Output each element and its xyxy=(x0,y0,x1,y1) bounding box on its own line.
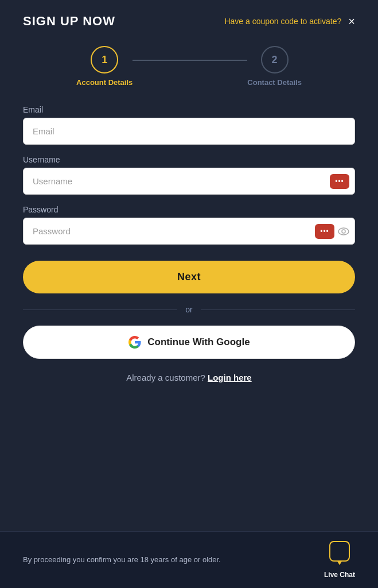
password-input-wrapper: ••• xyxy=(23,218,355,245)
page-title: SIGN UP NOW xyxy=(23,14,115,29)
step-2-circle: 2 xyxy=(261,46,289,74)
live-chat-label: Live Chat xyxy=(324,571,355,579)
step-2-label: Contact Details xyxy=(247,78,302,87)
email-input-wrapper xyxy=(23,118,355,145)
header: SIGN UP NOW Have a coupon code to activa… xyxy=(23,14,355,29)
svg-point-0 xyxy=(338,228,349,235)
divider-line-left xyxy=(23,310,177,310)
main-content: SIGN UP NOW Have a coupon code to activa… xyxy=(0,0,378,531)
steps-container: 1 Account Details 2 Contact Details xyxy=(23,46,355,87)
email-label: Email xyxy=(23,105,355,114)
footer: By proceeding you confirm you are 18 yea… xyxy=(0,531,378,588)
svg-point-1 xyxy=(342,230,345,233)
username-label: Username xyxy=(23,155,355,164)
username-input[interactable] xyxy=(23,168,355,195)
password-label: Password xyxy=(23,205,355,214)
login-link[interactable]: Login here xyxy=(208,373,252,382)
google-logo-icon xyxy=(128,335,142,349)
username-icon-group: ••• xyxy=(330,174,349,189)
step-1-circle: 1 xyxy=(91,46,118,74)
eye-toggle-icon[interactable] xyxy=(338,227,349,235)
email-group: Email xyxy=(23,105,355,145)
chat-bubble-icon xyxy=(329,541,350,562)
footer-disclaimer: By proceeding you confirm you are 18 yea… xyxy=(23,555,221,565)
login-prompt-text: Already a customer? xyxy=(126,373,205,382)
step-1: 1 Account Details xyxy=(76,46,133,87)
password-icon-group: ••• xyxy=(315,224,349,239)
google-button[interactable]: Continue With Google xyxy=(23,326,355,359)
step-2: 2 Contact Details xyxy=(247,46,302,87)
login-section: Already a customer? Login here xyxy=(23,373,355,382)
username-dots-icon[interactable]: ••• xyxy=(330,174,349,189)
step-1-label: Account Details xyxy=(76,78,133,87)
google-button-label: Continue With Google xyxy=(147,336,250,348)
divider-text: or xyxy=(185,305,192,314)
divider-line-right xyxy=(201,310,355,310)
password-dots-icon[interactable]: ••• xyxy=(315,224,334,239)
live-chat-button[interactable]: Live Chat xyxy=(324,541,355,579)
next-button[interactable]: Next xyxy=(23,261,355,293)
username-group: Username ••• xyxy=(23,155,355,195)
header-right: Have a coupon code to activate? × xyxy=(224,16,355,27)
username-input-wrapper: ••• xyxy=(23,168,355,195)
password-group: Password ••• xyxy=(23,205,355,245)
coupon-text: Have a coupon code to activate? xyxy=(224,17,341,26)
password-input[interactable] xyxy=(23,218,355,245)
email-input[interactable] xyxy=(23,118,355,145)
divider: or xyxy=(23,305,355,314)
close-button[interactable]: × xyxy=(348,16,355,27)
step-connector xyxy=(133,60,247,61)
